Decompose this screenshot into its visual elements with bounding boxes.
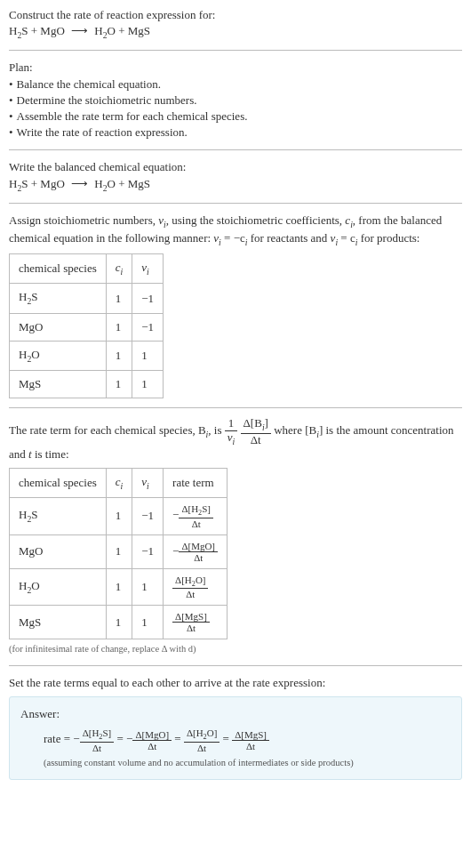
rate-word: rate = [44, 733, 73, 746]
num: Δ[H2O] [172, 575, 208, 589]
cell-c: 1 [106, 313, 132, 341]
cell-nu: 1 [132, 341, 164, 370]
table-row: MgS 1 1 [10, 371, 164, 398]
conc-a: Δ[H [175, 575, 192, 585]
den: Δt [80, 743, 115, 753]
final-heading: Set the rate terms equal to each other t… [9, 675, 462, 691]
infinitesimal-note: (for infinitesimal rate of change, repla… [9, 643, 462, 656]
table-row: H2S 1 −1 [10, 284, 164, 313]
sp-b: S [31, 508, 37, 521]
num: 1 [225, 417, 238, 430]
eq-sign: = [223, 733, 233, 746]
num-a: Δ[H [187, 727, 204, 738]
neg-sign: − [73, 733, 79, 746]
plan-text: Determine the stoichiometric numbers. [17, 92, 197, 108]
i-sub: i [147, 481, 149, 491]
num-a: Δ[H [83, 727, 100, 738]
rt-text: where [B [274, 424, 316, 438]
cell-species: MgO [10, 313, 107, 341]
col-species: chemical species [10, 469, 107, 498]
cell-species: MgO [10, 534, 107, 568]
frac-1-over-nui: 1νi [225, 417, 238, 446]
stoich-paragraph: Assign stoichiometric numbers, νi, using… [9, 213, 462, 248]
num: Δ[MgO] [132, 729, 172, 741]
conc-b: O] [196, 575, 206, 585]
num-b: ] [265, 416, 268, 430]
answer-equation: rate = −Δ[H2S]Δt = −Δ[MgO]Δt = Δ[H2O]Δt … [20, 727, 451, 752]
balanced-equation: H2S + MgO ⟶ H2O + MgS [9, 176, 462, 194]
cell-species: MgS [10, 371, 107, 398]
bal-lhs-h: H [9, 177, 17, 190]
divider [9, 203, 462, 204]
i-sub: i [233, 436, 236, 446]
num: Δ[H2S] [179, 503, 213, 518]
den: Δt [179, 518, 213, 529]
sp-b: O [31, 579, 39, 592]
i-sub: i [121, 267, 124, 277]
cell-species: H2O [10, 568, 107, 605]
cell-c: 1 [106, 606, 132, 639]
stoich-table: chemical species ci νi H2S 1 −1 MgO 1 −1… [9, 253, 164, 398]
intro-equation: H2S + MgO ⟶ H2O + MgS [9, 23, 462, 41]
neg-sign: − [172, 509, 179, 522]
stoich-text: , using the stoichiometric coefficients, [166, 213, 346, 227]
table-row: H2O 1 1 [10, 341, 164, 370]
cell-nu: −1 [132, 284, 164, 313]
den: νi [225, 431, 238, 446]
eq-h2o-h: H [94, 24, 102, 37]
col-species: chemical species [10, 254, 107, 284]
sp-b: O [31, 348, 39, 361]
divider [9, 149, 462, 150]
eq-h2s-h: H [9, 24, 17, 37]
plan-item: •Assemble the rate term for each chemica… [9, 108, 462, 125]
divider [9, 407, 462, 408]
i-sub: i [121, 481, 124, 491]
col-ci: ci [106, 469, 132, 498]
divider [9, 50, 462, 51]
rate-frac: Δ[H2O]Δt [184, 727, 220, 752]
bullet-icon: • [9, 125, 17, 141]
table-row: MgO 1 −1 [10, 313, 164, 341]
num: Δ[H2S] [80, 727, 115, 742]
cell-c: 1 [106, 341, 132, 370]
arrow-icon: ⟶ [68, 23, 92, 39]
num: Δ[MgS] [172, 611, 210, 623]
cell-c: 1 [106, 534, 132, 568]
arrow-icon: ⟶ [68, 176, 92, 192]
sp-a: MgS [19, 615, 41, 629]
num-a: Δ[B [243, 416, 262, 430]
table-row: H2S 1 −1 −Δ[H2S]Δt [10, 498, 228, 534]
cell-nu: 1 [132, 568, 164, 605]
den: Δt [179, 552, 218, 563]
col-nui: νi [132, 254, 164, 284]
table-row: H2O 1 1 Δ[H2O]Δt [10, 568, 228, 605]
sp-a: MgO [19, 320, 43, 334]
bal-lhs-rest: S + MgO [21, 177, 65, 190]
den: Δt [172, 623, 210, 633]
rate-frac: Δ[MgS]Δt [232, 729, 269, 751]
den: Δt [241, 434, 271, 446]
plan-item: •Write the rate of reaction expression. [9, 125, 462, 141]
sp-b: S [31, 290, 37, 303]
plan-heading: Plan: [9, 60, 462, 76]
plan-text: Write the rate of reaction expression. [17, 125, 188, 141]
den: Δt [232, 741, 269, 751]
plan-item: •Determine the stoichiometric numbers. [9, 92, 462, 108]
stoich-text: for reactants and [247, 231, 330, 245]
divider [9, 665, 462, 666]
den: Δt [132, 741, 172, 751]
cell-c: 1 [106, 568, 132, 605]
cell-rate: Δ[H2O]Δt [164, 568, 228, 605]
bullet-icon: • [9, 92, 17, 108]
final-section: Set the rate terms equal to each other t… [9, 675, 462, 779]
eq-sign: = [174, 733, 184, 746]
cell-species: MgS [10, 606, 107, 639]
cell-rate: Δ[MgS]Δt [164, 606, 228, 639]
cell-species: H2S [10, 284, 107, 313]
eq-h2o-rest: O + MgS [108, 24, 151, 37]
frac-dBi-dt: Δ[Bi]Δt [241, 417, 271, 446]
col-ci: ci [106, 254, 132, 284]
cell-c: 1 [106, 371, 132, 398]
plan-item: •Balance the chemical equation. [9, 76, 462, 92]
cell-nu: −1 [132, 534, 164, 568]
